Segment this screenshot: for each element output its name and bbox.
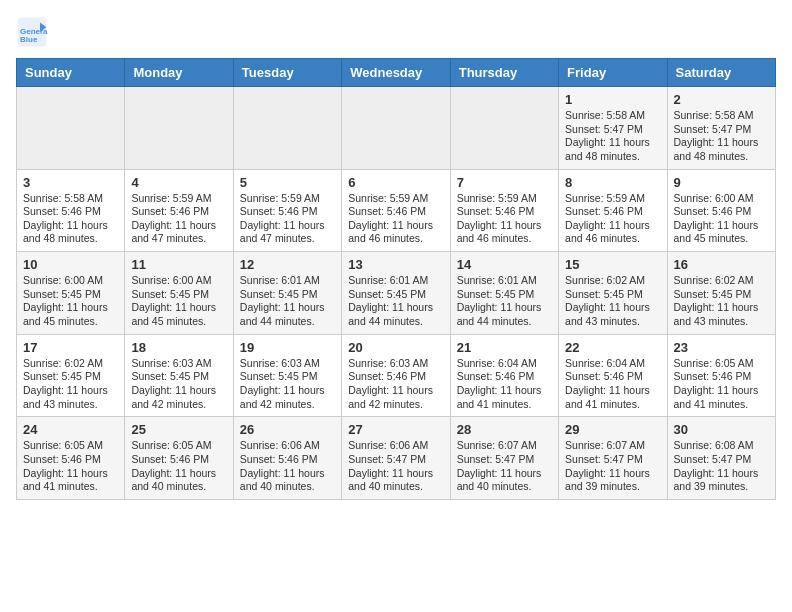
day-info: Sunset: 5:45 PM [240, 370, 335, 384]
day-info: Daylight: 11 hours and 44 minutes. [457, 301, 552, 328]
day-number: 10 [23, 257, 118, 272]
weekday-header-thursday: Thursday [450, 59, 558, 87]
day-info: Daylight: 11 hours and 42 minutes. [348, 384, 443, 411]
day-number: 21 [457, 340, 552, 355]
day-info: Daylight: 11 hours and 47 minutes. [240, 219, 335, 246]
calendar-cell: 25Sunrise: 6:05 AMSunset: 5:46 PMDayligh… [125, 417, 233, 500]
calendar-cell: 27Sunrise: 6:06 AMSunset: 5:47 PMDayligh… [342, 417, 450, 500]
logo: General Blue [16, 16, 54, 48]
calendar-body: 1Sunrise: 5:58 AMSunset: 5:47 PMDaylight… [17, 87, 776, 500]
day-info: Sunset: 5:47 PM [565, 123, 660, 137]
calendar-cell: 23Sunrise: 6:05 AMSunset: 5:46 PMDayligh… [667, 334, 775, 417]
day-info: Sunset: 5:45 PM [348, 288, 443, 302]
day-info: Daylight: 11 hours and 46 minutes. [565, 219, 660, 246]
day-info: Sunset: 5:46 PM [565, 205, 660, 219]
calendar-cell: 1Sunrise: 5:58 AMSunset: 5:47 PMDaylight… [559, 87, 667, 170]
calendar-cell: 24Sunrise: 6:05 AMSunset: 5:46 PMDayligh… [17, 417, 125, 500]
day-info: Sunrise: 6:01 AM [348, 274, 443, 288]
day-number: 7 [457, 175, 552, 190]
day-info: Daylight: 11 hours and 39 minutes. [565, 467, 660, 494]
svg-text:Blue: Blue [20, 35, 38, 44]
calendar-cell [233, 87, 341, 170]
calendar-cell: 8Sunrise: 5:59 AMSunset: 5:46 PMDaylight… [559, 169, 667, 252]
day-info: Sunrise: 6:00 AM [131, 274, 226, 288]
day-info: Sunset: 5:46 PM [348, 205, 443, 219]
weekday-header-monday: Monday [125, 59, 233, 87]
calendar-cell: 5Sunrise: 5:59 AMSunset: 5:46 PMDaylight… [233, 169, 341, 252]
day-number: 20 [348, 340, 443, 355]
calendar-week-4: 17Sunrise: 6:02 AMSunset: 5:45 PMDayligh… [17, 334, 776, 417]
day-number: 25 [131, 422, 226, 437]
weekday-header-saturday: Saturday [667, 59, 775, 87]
calendar-cell: 26Sunrise: 6:06 AMSunset: 5:46 PMDayligh… [233, 417, 341, 500]
weekday-header-sunday: Sunday [17, 59, 125, 87]
calendar-cell: 2Sunrise: 5:58 AMSunset: 5:47 PMDaylight… [667, 87, 775, 170]
day-info: Sunset: 5:46 PM [674, 370, 769, 384]
day-info: Daylight: 11 hours and 41 minutes. [565, 384, 660, 411]
calendar-cell: 10Sunrise: 6:00 AMSunset: 5:45 PMDayligh… [17, 252, 125, 335]
day-number: 22 [565, 340, 660, 355]
calendar-table: SundayMondayTuesdayWednesdayThursdayFrid… [16, 58, 776, 500]
day-info: Daylight: 11 hours and 39 minutes. [674, 467, 769, 494]
day-info: Sunrise: 6:02 AM [23, 357, 118, 371]
day-info: Daylight: 11 hours and 40 minutes. [348, 467, 443, 494]
day-info: Sunset: 5:45 PM [565, 288, 660, 302]
page-header: General Blue [16, 16, 776, 48]
calendar-cell: 9Sunrise: 6:00 AMSunset: 5:46 PMDaylight… [667, 169, 775, 252]
day-info: Daylight: 11 hours and 48 minutes. [674, 136, 769, 163]
calendar-cell: 28Sunrise: 6:07 AMSunset: 5:47 PMDayligh… [450, 417, 558, 500]
day-info: Sunrise: 6:05 AM [674, 357, 769, 371]
day-info: Sunrise: 6:04 AM [565, 357, 660, 371]
day-info: Sunrise: 6:06 AM [240, 439, 335, 453]
day-info: Daylight: 11 hours and 41 minutes. [23, 467, 118, 494]
day-info: Sunset: 5:46 PM [23, 453, 118, 467]
day-number: 19 [240, 340, 335, 355]
day-info: Sunrise: 6:04 AM [457, 357, 552, 371]
day-number: 15 [565, 257, 660, 272]
day-number: 11 [131, 257, 226, 272]
calendar-cell: 13Sunrise: 6:01 AMSunset: 5:45 PMDayligh… [342, 252, 450, 335]
day-info: Sunrise: 5:59 AM [240, 192, 335, 206]
day-info: Daylight: 11 hours and 46 minutes. [348, 219, 443, 246]
day-info: Sunset: 5:45 PM [131, 370, 226, 384]
calendar-cell: 11Sunrise: 6:00 AMSunset: 5:45 PMDayligh… [125, 252, 233, 335]
calendar-week-3: 10Sunrise: 6:00 AMSunset: 5:45 PMDayligh… [17, 252, 776, 335]
day-info: Sunrise: 6:01 AM [457, 274, 552, 288]
day-number: 27 [348, 422, 443, 437]
day-info: Sunset: 5:45 PM [23, 370, 118, 384]
calendar-cell [125, 87, 233, 170]
calendar-cell: 17Sunrise: 6:02 AMSunset: 5:45 PMDayligh… [17, 334, 125, 417]
day-info: Sunrise: 6:00 AM [674, 192, 769, 206]
day-info: Daylight: 11 hours and 40 minutes. [240, 467, 335, 494]
day-info: Sunrise: 6:05 AM [23, 439, 118, 453]
calendar-cell: 21Sunrise: 6:04 AMSunset: 5:46 PMDayligh… [450, 334, 558, 417]
day-info: Sunset: 5:46 PM [457, 370, 552, 384]
day-info: Daylight: 11 hours and 42 minutes. [240, 384, 335, 411]
weekday-header-friday: Friday [559, 59, 667, 87]
day-info: Sunrise: 6:03 AM [131, 357, 226, 371]
calendar-cell: 19Sunrise: 6:03 AMSunset: 5:45 PMDayligh… [233, 334, 341, 417]
day-number: 24 [23, 422, 118, 437]
day-info: Daylight: 11 hours and 45 minutes. [131, 301, 226, 328]
day-info: Daylight: 11 hours and 46 minutes. [457, 219, 552, 246]
day-info: Sunset: 5:47 PM [348, 453, 443, 467]
day-info: Sunrise: 6:05 AM [131, 439, 226, 453]
day-info: Sunset: 5:45 PM [457, 288, 552, 302]
day-number: 12 [240, 257, 335, 272]
day-info: Sunrise: 5:59 AM [457, 192, 552, 206]
day-info: Sunset: 5:47 PM [457, 453, 552, 467]
day-number: 13 [348, 257, 443, 272]
calendar-cell: 15Sunrise: 6:02 AMSunset: 5:45 PMDayligh… [559, 252, 667, 335]
day-info: Daylight: 11 hours and 48 minutes. [23, 219, 118, 246]
day-number: 1 [565, 92, 660, 107]
day-info: Sunset: 5:46 PM [565, 370, 660, 384]
day-number: 17 [23, 340, 118, 355]
day-info: Sunrise: 6:02 AM [565, 274, 660, 288]
day-info: Daylight: 11 hours and 43 minutes. [23, 384, 118, 411]
day-info: Sunrise: 5:59 AM [348, 192, 443, 206]
day-info: Daylight: 11 hours and 40 minutes. [457, 467, 552, 494]
calendar-header: SundayMondayTuesdayWednesdayThursdayFrid… [17, 59, 776, 87]
day-info: Sunrise: 6:07 AM [457, 439, 552, 453]
calendar-cell [450, 87, 558, 170]
calendar-cell: 18Sunrise: 6:03 AMSunset: 5:45 PMDayligh… [125, 334, 233, 417]
